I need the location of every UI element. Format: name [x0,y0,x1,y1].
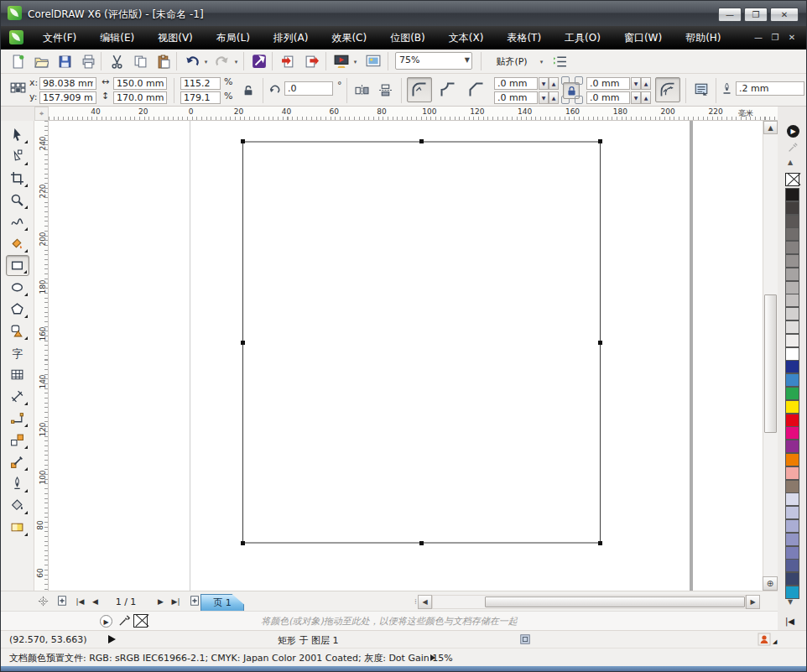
horizontal-ruler[interactable]: 毫米 4020020406080100120140160180200220 [49,107,785,121]
color-swatch[interactable] [785,440,799,453]
table-tool-icon[interactable] [6,364,29,385]
corner-radius-tl-input[interactable] [494,77,538,90]
selection-handle-tr[interactable] [598,139,602,143]
redo-dropdown-icon[interactable]: ▾ [232,59,240,66]
menu-item[interactable]: 编辑(E) [88,26,146,49]
redo-icon[interactable] [212,51,232,71]
doc-minimize-icon[interactable]: — [752,33,765,42]
print-icon[interactable] [78,51,98,71]
menu-item[interactable]: 位图(B) [378,26,437,49]
color-swatch[interactable] [785,334,799,347]
open-icon[interactable] [31,51,51,71]
outline-pen-tool-icon[interactable] [6,473,29,494]
color-profile-more-icon[interactable] [430,654,435,661]
color-swatch[interactable] [785,533,799,546]
vertical-ruler[interactable]: 2402202001801601401201008060 [34,121,49,591]
smart-fill-tool-icon[interactable] [6,233,29,254]
export-icon[interactable] [301,51,321,71]
next-page-icon[interactable]: ▶ [154,595,168,609]
doc-restore-icon[interactable]: ❐ [768,33,782,42]
lock-ratio-icon[interactable] [238,81,258,101]
color-swatch[interactable] [785,519,799,533]
document-properties-icon[interactable] [519,633,531,648]
navigator-icon[interactable]: ⊕ [763,576,778,591]
page-tab[interactable]: 页 1 [200,594,244,612]
minimize-button[interactable]: — [718,8,742,22]
straight-line-connector-tool-icon[interactable] [6,408,29,429]
object-height-input[interactable] [113,91,167,104]
color-swatch[interactable] [785,387,799,400]
selected-rectangle[interactable] [242,141,601,544]
scroll-up-icon[interactable]: ▲ [763,121,778,134]
scroll-right-icon[interactable]: ▶ [746,595,760,609]
palette-eyedropper-icon[interactable] [787,142,799,156]
color-swatch[interactable] [785,492,799,506]
selection-handle-mr[interactable] [598,341,602,345]
palette-flyout-icon[interactable]: ▶ [787,125,799,138]
menu-item[interactable]: 视图(V) [146,26,205,49]
doc-close-icon[interactable]: ✕ [785,33,799,42]
color-swatch[interactable] [785,400,799,414]
selection-handle-bl[interactable] [241,541,245,545]
copy-icon[interactable] [130,51,150,71]
chamfered-corner-button[interactable] [464,77,489,102]
menu-item[interactable]: 效果(C) [320,26,378,49]
menu-item[interactable]: 帮助(H) [674,26,732,49]
parallel-dimension-tool-icon[interactable] [6,386,29,407]
menu-item[interactable]: 表格(T) [495,26,553,49]
color-swatch[interactable] [785,414,799,427]
mirror-horizontal-icon[interactable] [351,81,372,99]
color-swatch[interactable] [785,506,799,519]
search-content-icon[interactable] [249,51,269,71]
pick-tool-icon[interactable] [6,124,29,145]
options-icon[interactable] [549,51,570,71]
application-launcher-dropdown-icon[interactable]: ▾ [351,59,359,66]
previous-page-icon[interactable]: ◀ [88,595,102,609]
selection-handle-br[interactable] [598,541,602,545]
y-position-input[interactable] [39,91,96,104]
welcome-screen-icon[interactable] [363,51,383,71]
palette-scroll-down-icon[interactable]: ▼ [788,598,793,606]
save-icon[interactable] [55,51,75,71]
color-swatch[interactable] [785,241,799,254]
wrap-text-icon[interactable] [690,80,712,100]
palette-expand-icon[interactable]: |◀ [785,617,794,626]
color-swatch[interactable] [785,480,799,493]
zoom-combo-arrow-icon[interactable]: ▼ [465,56,470,64]
scale-horizontal-input[interactable] [180,77,221,90]
corner-radius-bl-input[interactable] [494,91,538,104]
corner-br-spinner[interactable]: ▼▲ [631,91,651,104]
scale-vertical-input[interactable] [180,91,221,104]
paste-icon[interactable] [154,51,174,71]
color-swatch[interactable] [785,572,799,586]
sign-in-icon[interactable] [758,633,771,649]
undo-icon[interactable] [182,51,202,71]
corner-radius-tr-input[interactable] [586,77,630,90]
outline-width-input[interactable] [736,81,804,96]
interactive-fill-tool-icon[interactable] [6,517,29,538]
fill-tool-icon[interactable] [6,495,29,516]
freehand-tool-icon[interactable] [6,211,29,232]
color-swatch[interactable] [785,360,799,373]
selection-handle-ml[interactable] [241,341,245,345]
cut-icon[interactable] [107,51,127,71]
color-swatch[interactable] [785,466,799,480]
sign-in-dropdown-icon[interactable]: ◢ [773,638,777,645]
object-width-input[interactable] [113,77,167,90]
round-corner-button[interactable] [407,77,432,102]
color-swatch[interactable] [785,453,799,466]
menu-item[interactable]: 文件(F) [31,26,88,49]
zoom-level-combo[interactable]: 75% ▼ [395,52,472,70]
selection-handle-tm[interactable] [419,139,424,143]
color-swatch[interactable] [785,281,799,294]
menu-item[interactable]: 窗口(W) [612,26,674,49]
application-launcher-icon[interactable] [331,51,351,71]
selection-handle-tl[interactable] [241,139,245,143]
page-options-icon[interactable] [36,595,50,609]
color-swatch[interactable] [785,373,799,387]
vertical-scroll-thumb[interactable] [764,294,777,433]
menu-item[interactable]: 排列(A) [262,26,320,49]
relative-corner-scaling-button[interactable] [655,77,680,102]
vertical-scrollbar[interactable]: ▲ ▼ [763,121,778,591]
snap-to-button[interactable]: 贴齐(P) [487,51,536,71]
